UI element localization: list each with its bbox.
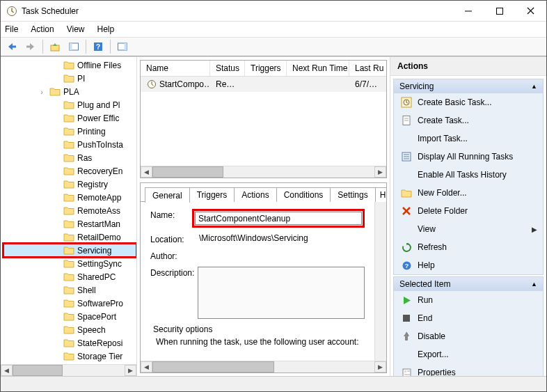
tree-item[interactable]: RecoveryEn xyxy=(3,164,136,178)
folder-icon xyxy=(63,74,74,83)
action-item-label: Import Task... xyxy=(418,134,468,143)
tree-item[interactable]: SettingSync xyxy=(3,257,136,270)
action-item[interactable]: Display All Running Tasks xyxy=(394,148,543,166)
action-item[interactable]: View▶ xyxy=(394,220,543,238)
action-item[interactable]: Create Basic Task... xyxy=(394,93,543,111)
actions-group-folder-head[interactable]: Servicing ▲ xyxy=(394,79,543,93)
detail-hscroll[interactable]: ◀ ▶ xyxy=(141,361,386,373)
tree-item[interactable]: Power Effic xyxy=(3,111,136,125)
show-hide-action-pane-button[interactable] xyxy=(114,39,131,54)
minimize-button[interactable] xyxy=(452,1,484,21)
action-item[interactable]: Import Task... xyxy=(394,130,543,148)
tab-actions[interactable]: Actions xyxy=(234,187,276,202)
col-status[interactable]: Status xyxy=(210,61,245,76)
tree-item-label: RetailDemo xyxy=(77,233,121,242)
close-button[interactable] xyxy=(515,1,546,21)
menu-help[interactable]: Help xyxy=(97,24,115,34)
actions-group-selected-title: Selected Item xyxy=(399,279,450,289)
help-button[interactable]: ? xyxy=(90,39,106,54)
scroll-right-button[interactable]: ▶ xyxy=(374,361,386,373)
action-item-label: Enable All Tasks History xyxy=(418,170,507,180)
scroll-right-button[interactable]: ▶ xyxy=(374,166,386,178)
col-lastrun[interactable]: Last Ru xyxy=(349,61,386,76)
svg-rect-28 xyxy=(403,315,410,322)
tree-item[interactable]: Ras xyxy=(3,151,136,164)
action-item[interactable]: Disable xyxy=(394,327,543,345)
tree-item[interactable]: Storage Tier xyxy=(3,350,136,363)
tree-item[interactable]: Offline Files xyxy=(3,58,136,72)
tree-item[interactable]: RemoteApp xyxy=(3,191,136,204)
action-item[interactable]: New Folder... xyxy=(394,184,543,202)
scroll-track[interactable] xyxy=(13,365,125,376)
scroll-track[interactable] xyxy=(152,361,374,373)
actions-group-selected: Selected Item ▲ RunEndDisableExport...Pr… xyxy=(393,276,544,376)
scroll-thumb[interactable] xyxy=(152,361,274,373)
menu-action[interactable]: Action xyxy=(31,24,54,34)
tree-item[interactable]: SoftwarePro xyxy=(3,297,136,310)
tabbar: General Triggers Actions Conditions Sett… xyxy=(141,183,387,202)
tree-item[interactable]: ›PLA xyxy=(3,85,136,98)
tab-triggers[interactable]: Triggers xyxy=(189,187,235,202)
tab-settings[interactable]: Settings xyxy=(330,187,375,202)
tab-history[interactable]: H xyxy=(375,187,387,202)
action-item[interactable]: Properties xyxy=(394,363,543,376)
scroll-thumb[interactable] xyxy=(13,365,63,376)
maximize-button[interactable] xyxy=(484,1,515,21)
col-nextrun[interactable]: Next Run Time xyxy=(287,61,349,76)
actions-group-selected-head[interactable]: Selected Item ▲ xyxy=(394,277,543,291)
tree-item[interactable]: StateReposi xyxy=(3,336,136,350)
actions-group-folder: Servicing ▲ Create Basic Task...Create T… xyxy=(393,79,544,275)
show-hide-tree-button[interactable] xyxy=(65,39,82,54)
forward-button[interactable] xyxy=(22,39,39,54)
up-folder-button[interactable] xyxy=(47,39,63,54)
action-item[interactable]: Delete Folder xyxy=(394,202,543,220)
tasklist-hscroll[interactable]: ◀ ▶ xyxy=(141,166,386,178)
description-input[interactable] xyxy=(198,267,365,319)
menu-view[interactable]: View xyxy=(67,24,85,34)
tree-item[interactable]: Speech xyxy=(3,323,136,336)
col-triggers[interactable]: Triggers xyxy=(245,61,287,76)
action-item[interactable]: Refresh xyxy=(394,238,543,256)
scroll-right-button[interactable]: ▶ xyxy=(125,365,136,376)
action-item[interactable]: Enable All Tasks History xyxy=(394,166,543,184)
menu-file[interactable]: File xyxy=(5,24,18,34)
scroll-track[interactable] xyxy=(152,166,374,178)
tree-item[interactable]: PushToInsta xyxy=(3,138,136,151)
action-item[interactable]: Create Task... xyxy=(394,111,543,130)
scroll-thumb[interactable] xyxy=(152,166,223,178)
tree-item[interactable]: PI xyxy=(3,72,136,85)
back-button[interactable] xyxy=(3,39,20,54)
folder-icon xyxy=(63,193,74,202)
action-item[interactable]: Run xyxy=(394,291,543,309)
tree-item[interactable]: RetailDemo xyxy=(3,230,136,244)
detail-body-vscroll[interactable] xyxy=(374,202,386,361)
task-triggers xyxy=(245,83,287,86)
action-item[interactable]: Export... xyxy=(394,345,543,363)
task-name-input[interactable] xyxy=(195,212,362,225)
tree-item-label: PLA xyxy=(63,87,79,97)
tree-item[interactable]: RemoteAss xyxy=(3,204,136,217)
detail-panel: General Triggers Actions Conditions Sett… xyxy=(140,182,387,373)
tab-conditions[interactable]: Conditions xyxy=(276,187,331,202)
scroll-left-button[interactable]: ◀ xyxy=(1,365,13,376)
tree-item[interactable]: Shell xyxy=(3,283,136,297)
col-name[interactable]: Name xyxy=(141,61,210,76)
tree-item[interactable]: SharedPC xyxy=(3,270,136,283)
tree-item[interactable]: Printing xyxy=(3,125,136,138)
folder-icon xyxy=(63,180,74,189)
scroll-left-button[interactable]: ◀ xyxy=(141,361,152,373)
tree-item[interactable]: Servicing xyxy=(3,244,136,257)
tab-general[interactable]: General xyxy=(145,187,190,203)
tree-item[interactable]: SpacePort xyxy=(3,310,136,323)
expand-icon[interactable]: › xyxy=(37,88,47,96)
action-item[interactable]: ?Help xyxy=(394,256,543,274)
tree-item[interactable]: RestartMan xyxy=(3,217,136,230)
scroll-left-button[interactable]: ◀ xyxy=(141,166,152,178)
tree-item[interactable]: Plug and Pl xyxy=(3,98,136,111)
task-row[interactable]: StartCompo… Ready 6/7/202 xyxy=(141,77,386,92)
tree-body[interactable]: Offline FilesPI›PLAPlug and PlPower Effi… xyxy=(1,57,136,364)
tree-item[interactable]: Registry xyxy=(3,178,136,191)
action-item[interactable]: End xyxy=(394,309,543,327)
folder-icon xyxy=(63,219,74,228)
tree-hscroll[interactable]: ◀ ▶ xyxy=(1,364,136,376)
